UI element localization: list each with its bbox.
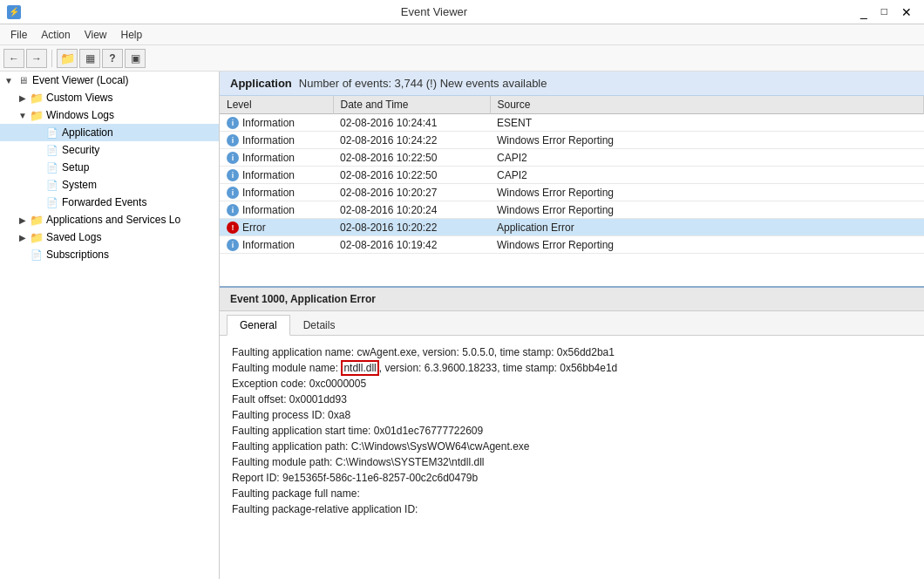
table-row[interactable]: iInformation02-08-2016 10:19:42Windows E… [220,236,924,254]
menu-help[interactable]: Help [114,27,150,43]
doc-icon-system: 📄 [45,178,59,192]
detail-header: Event 1000, Application Error [220,288,924,311]
cell-source: Application Error [490,219,924,236]
level-text: Information [242,134,295,146]
folder-icon-app-services: 📁 [30,213,44,227]
cell-level: iInformation [220,167,333,184]
left-panel: ▼ 🖥 Event Viewer (Local) ▶ 📁 Custom View… [0,72,220,579]
table-row[interactable]: iInformation02-08-2016 10:24:22Windows E… [220,132,924,149]
cell-source: Windows Error Reporting [490,236,924,254]
close-button[interactable]: ✕ [896,5,917,19]
detail-line6: Faulting application start time: 0x01d1e… [232,423,912,439]
maximize-button[interactable]: □ [876,5,893,19]
tree-item-custom-views[interactable]: ▶ 📁 Custom Views [0,89,219,106]
right-panel: Application Number of events: 3,744 (!) … [220,72,924,579]
expander-windows-logs: ▼ [16,108,30,122]
info-icon: i [227,134,239,146]
view-button[interactable]: ▦ [79,49,100,68]
level-text: Information [242,169,295,181]
menu-file[interactable]: File [3,27,34,43]
table-row[interactable]: iInformation02-08-2016 10:20:27Windows E… [220,184,924,201]
info-icon: i [227,169,239,181]
level-text: Information [242,117,295,129]
events-table-container[interactable]: Level Date and Time Source iInformation0… [220,96,924,288]
detail-line5: Faulting process ID: 0xa8 [232,407,912,423]
tab-general[interactable]: General [227,315,290,336]
tree-label-application: Application [62,126,113,139]
tree-label-system: System [62,179,97,191]
main-layout: ▼ 🖥 Event Viewer (Local) ▶ 📁 Custom View… [0,72,924,579]
tree-item-saved-logs[interactable]: ▶ 📁 Saved Logs [0,228,219,246]
table-row[interactable]: iInformation02-08-2016 10:24:41ESENT [220,114,924,132]
cell-source: ESENT [490,114,924,132]
info-icon: i [227,187,239,199]
cell-datetime: 02-08-2016 10:22:50 [333,167,490,184]
log-header: Application Number of events: 3,744 (!) … [220,72,924,96]
table-header-row: Level Date and Time Source [220,96,924,114]
tree-label-windows-logs: Windows Logs [46,109,114,121]
tree-item-setup[interactable]: ▶ 📄 Setup [0,159,219,176]
toolbar-separator-1 [51,50,52,67]
menu-bar: File Action View Help [0,24,924,45]
table-row[interactable]: iInformation02-08-2016 10:22:50CAPI2 [220,167,924,184]
cell-level: iInformation [220,201,333,219]
detail-tabs: General Details [220,311,924,336]
tree-label-subscriptions: Subscriptions [46,249,109,261]
cell-level: iInformation [220,149,333,167]
table-row[interactable]: !Error02-08-2016 10:20:22Application Err… [220,219,924,236]
detail-line9: Report ID: 9e15365f-586c-11e6-8257-00c2c… [232,470,912,486]
detail-line2: Faulting module name: ntdll.dll, version… [232,360,912,376]
help-button[interactable]: ? [102,49,123,68]
table-row[interactable]: iInformation02-08-2016 10:20:24Windows E… [220,201,924,219]
minimize-button[interactable]: _ [855,5,873,19]
table-row[interactable]: iInformation02-08-2016 10:22:50CAPI2 [220,149,924,167]
level-text: Error [242,221,266,234]
folder-icon-windows-logs: 📁 [30,108,44,122]
tree-item-application[interactable]: ▶ 📄 Application [0,124,219,141]
expander-app-services: ▶ [16,213,30,227]
cell-level: iInformation [220,114,333,132]
tree-label-root: Event Viewer (Local) [32,74,129,86]
back-button[interactable]: ← [3,49,24,68]
level-text: Information [242,239,295,251]
info-icon: i [227,239,239,251]
detail-line1: Faulting application name: cwAgent.exe, … [232,344,912,360]
tree-item-root[interactable]: ▼ 🖥 Event Viewer (Local) [0,72,219,89]
app-icon: ⚡ [7,5,21,19]
detail-line11: Faulting package-relative application ID… [232,501,912,517]
detail-line7: Faulting application path: C:\Windows\Sy… [232,439,912,454]
tree-item-app-services[interactable]: ▶ 📁 Applications and Services Lo [0,211,219,228]
doc-icon-forwarded: 📄 [45,195,59,209]
info-icon: i [227,152,239,164]
detail-line2-prefix: Faulting module name: [232,362,341,374]
col-datetime[interactable]: Date and Time [333,96,490,114]
open-button[interactable]: 📁 [57,49,78,68]
tree-item-subscriptions[interactable]: ▶ 📄 Subscriptions [0,246,219,263]
col-level[interactable]: Level [220,96,333,114]
properties-button[interactable]: ▣ [125,49,146,68]
cell-source: Windows Error Reporting [490,201,924,219]
menu-view[interactable]: View [78,27,114,43]
monitor-icon: 🖥 [16,73,30,87]
info-icon: i [227,117,239,129]
tree-item-forwarded-events[interactable]: ▶ 📄 Forwarded Events [0,194,219,211]
doc-icon-application: 📄 [45,126,59,140]
menu-action[interactable]: Action [34,27,77,43]
info-icon: i [227,204,239,216]
col-source[interactable]: Source [490,96,924,114]
cell-datetime: 02-08-2016 10:24:22 [333,132,490,149]
tree-item-security[interactable]: ▶ 📄 Security [0,141,219,159]
log-name: Application [230,77,292,90]
forward-button[interactable]: → [26,49,47,68]
cell-datetime: 02-08-2016 10:20:24 [333,201,490,219]
detail-content: Faulting application name: cwAgent.exe, … [220,336,924,579]
detail-line4: Fault offset: 0x0001dd93 [232,392,912,407]
tree-item-windows-logs[interactable]: ▼ 📁 Windows Logs [0,106,219,124]
detail-line3: Exception code: 0xc0000005 [232,376,912,392]
events-table: Level Date and Time Source iInformation0… [220,96,924,254]
folder-icon-saved-logs: 📁 [30,230,44,244]
level-text: Information [242,152,295,164]
cell-level: !Error [220,219,333,236]
tab-details[interactable]: Details [290,315,349,336]
tree-item-system[interactable]: ▶ 📄 System [0,176,219,194]
